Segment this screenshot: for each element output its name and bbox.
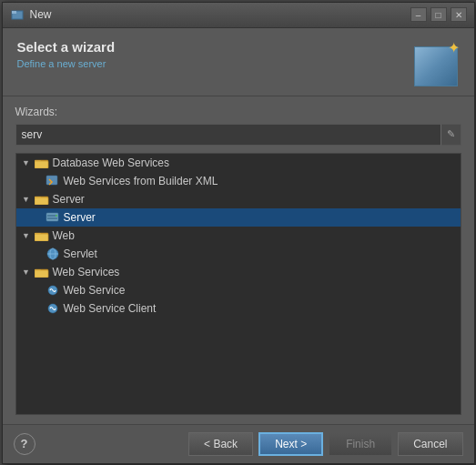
- wizard-header-icon: ✦: [412, 39, 460, 86]
- title-bar: New – □ ✕: [3, 3, 474, 28]
- svg-rect-15: [35, 234, 48, 241]
- search-clear-button[interactable]: ✎: [441, 124, 461, 146]
- ws-builder-icon: [46, 174, 60, 188]
- close-button[interactable]: ✕: [451, 7, 467, 22]
- web-service-client-icon: [46, 301, 60, 316]
- svg-rect-5: [46, 176, 57, 185]
- svg-rect-11: [47, 217, 57, 219]
- dialog-icon: [10, 7, 25, 22]
- wizard-tree[interactable]: ▼ Database Web Services W: [15, 153, 461, 415]
- expand-arrow-server: ▼: [20, 193, 33, 206]
- wizard-star-icon: ✦: [448, 39, 460, 56]
- web-service-icon: [46, 283, 60, 298]
- tree-item-web-services-builder[interactable]: Web Services from Builder XML: [16, 172, 461, 190]
- search-input[interactable]: [15, 124, 441, 146]
- svg-rect-8: [35, 197, 48, 205]
- category-label-server: Server: [53, 193, 85, 206]
- item-label-servlet: Servlet: [64, 248, 97, 260]
- expand-arrow-web-services: ▼: [20, 266, 33, 278]
- tree-category-server[interactable]: ▼ Server: [16, 190, 461, 208]
- folder-icon-server: [35, 194, 49, 205]
- folder-icon-web-services: [35, 267, 49, 278]
- expand-arrow-database: ▼: [20, 157, 33, 169]
- item-label-server: Server: [64, 211, 96, 224]
- tree-item-web-service-client[interactable]: Web Service Client: [16, 299, 461, 318]
- item-label-ws-builder: Web Services from Builder XML: [64, 175, 218, 187]
- window-controls: – □ ✕: [410, 7, 467, 22]
- tree-item-web-service[interactable]: Web Service: [16, 281, 461, 299]
- svg-rect-1: [12, 11, 16, 14]
- help-button[interactable]: ?: [14, 433, 35, 455]
- new-wizard-dialog: New – □ ✕ Select a wizard Define a new s…: [2, 2, 475, 464]
- maximize-button[interactable]: □: [430, 7, 447, 22]
- servlet-icon: [46, 247, 60, 261]
- tree-item-server[interactable]: Server: [16, 208, 461, 227]
- finish-button[interactable]: Finish: [329, 432, 392, 456]
- header-section: Select a wizard Define a new server ✦: [3, 28, 474, 96]
- wizard-title: Select a wizard: [17, 39, 116, 55]
- svg-rect-9: [46, 213, 58, 221]
- server-item-icon: [46, 210, 60, 225]
- footer-buttons: < Back Next > Finish Cancel: [188, 432, 462, 456]
- cancel-button[interactable]: Cancel: [398, 432, 462, 456]
- svg-rect-21: [35, 270, 48, 278]
- category-label-web-services: Web Services: [53, 266, 120, 278]
- search-row: ✎: [15, 124, 461, 146]
- tree-category-database-web-services[interactable]: ▼ Database Web Services: [16, 154, 461, 172]
- item-label-web-service-client: Web Service Client: [64, 302, 157, 315]
- category-label-database: Database Web Services: [53, 157, 170, 169]
- svg-point-12: [56, 215, 57, 217]
- minimize-button[interactable]: –: [410, 7, 427, 22]
- next-button[interactable]: Next >: [258, 432, 323, 456]
- footer-section: ? < Back Next > Finish Cancel: [3, 424, 474, 463]
- wizards-label: Wizards:: [15, 106, 461, 118]
- tree-category-web-services[interactable]: ▼ Web Services: [16, 263, 461, 281]
- folder-icon-database: [35, 157, 49, 168]
- back-button[interactable]: < Back: [188, 432, 253, 456]
- expand-arrow-web: ▼: [20, 229, 33, 242]
- content-section: Wizards: ✎ ▼ Database Web Services: [3, 96, 474, 424]
- dialog-title: New: [30, 8, 410, 21]
- category-label-web: Web: [53, 229, 75, 242]
- svg-rect-4: [35, 161, 48, 168]
- wizard-subtitle[interactable]: Define a new server: [17, 58, 116, 69]
- tree-item-servlet[interactable]: Servlet: [16, 245, 461, 263]
- item-label-web-service: Web Service: [64, 284, 126, 297]
- tree-category-web[interactable]: ▼ Web: [16, 227, 461, 245]
- folder-icon-web: [35, 230, 49, 241]
